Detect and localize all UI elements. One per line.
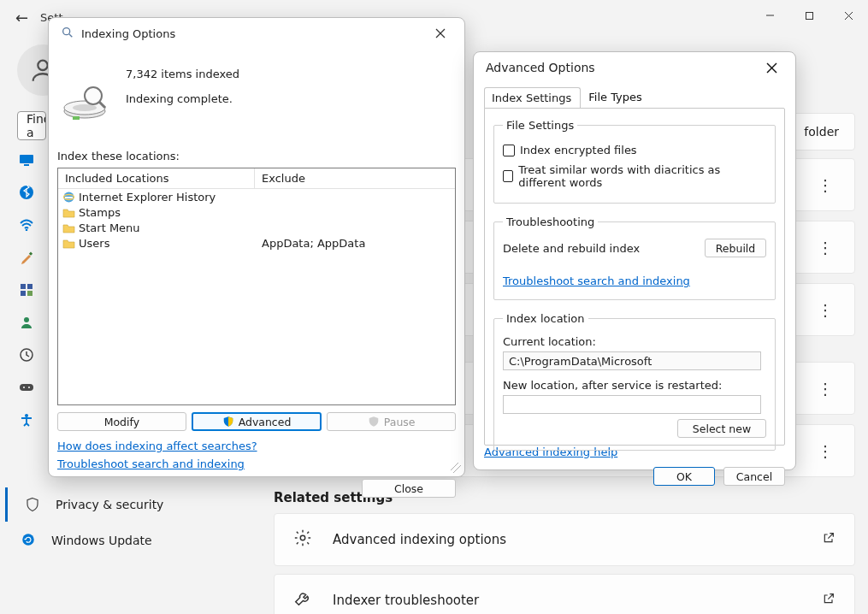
- svg-point-20: [22, 534, 34, 546]
- external-link-icon: [822, 531, 836, 548]
- svg-point-19: [25, 414, 28, 417]
- more-icon: ⋮: [818, 442, 834, 460]
- modify-button[interactable]: Modify: [57, 412, 186, 431]
- system-icon[interactable]: [19, 152, 34, 168]
- pause-button: Pause: [327, 412, 456, 431]
- svg-rect-1: [806, 12, 812, 19]
- location-name: Internet Explorer History: [79, 191, 216, 204]
- table-row[interactable]: Stamps: [58, 204, 455, 220]
- search-glass-icon: [61, 26, 74, 42]
- troubleshooting-group: Troubleshooting Delete and rebuild index…: [493, 215, 776, 300]
- external-link-icon: [822, 592, 836, 609]
- close-button[interactable]: [829, 0, 868, 31]
- close-icon[interactable]: [428, 21, 452, 45]
- accounts-icon[interactable]: [19, 315, 34, 330]
- delete-rebuild-label: Delete and rebuild index: [503, 242, 640, 255]
- resize-grip[interactable]: [451, 463, 461, 473]
- svg-rect-5: [20, 155, 33, 163]
- svg-line-23: [69, 34, 72, 37]
- related-label: Indexer troubleshooter: [333, 593, 479, 608]
- indexing-titlebar: Indexing Options: [49, 18, 464, 49]
- svg-rect-31: [73, 116, 80, 120]
- related-card-advanced-indexing[interactable]: Advanced indexing options: [274, 513, 855, 566]
- find-folder-button[interactable]: folder: [788, 113, 855, 151]
- cancel-button[interactable]: Cancel: [723, 467, 785, 486]
- svg-rect-12: [21, 291, 26, 296]
- items-indexed-text: 7,342 items indexed: [126, 68, 239, 80]
- back-icon[interactable]: ←: [15, 9, 28, 27]
- close-button[interactable]: Close: [362, 479, 456, 498]
- more-icon: ⋮: [818, 301, 834, 319]
- file-settings-group: File Settings Index encrypted files Trea…: [493, 119, 776, 204]
- close-icon[interactable]: [759, 56, 783, 80]
- update-icon: [21, 532, 36, 550]
- new-location-field[interactable]: [503, 395, 761, 414]
- svg-rect-11: [27, 284, 32, 289]
- indexing-options-dialog: Indexing Options 7,342 items indexed Ind…: [48, 17, 465, 477]
- tab-file-types[interactable]: File Types: [581, 86, 652, 108]
- troubleshoot-link[interactable]: Troubleshoot search and indexing: [57, 458, 245, 470]
- search-input[interactable]: Find a: [17, 111, 46, 140]
- advanced-button[interactable]: Advanced: [192, 412, 322, 431]
- svg-rect-6: [24, 164, 29, 166]
- apps-icon[interactable]: [19, 282, 34, 298]
- index-location-legend: Index location: [503, 312, 588, 325]
- related-card-indexer-troubleshooter[interactable]: Indexer troubleshooter: [274, 574, 855, 614]
- col-exclude[interactable]: Exclude: [255, 168, 455, 188]
- troubleshoot-link[interactable]: Troubleshoot search and indexing: [503, 275, 690, 287]
- minimize-button[interactable]: [750, 0, 789, 31]
- folder-icon: [62, 221, 75, 234]
- select-new-button[interactable]: Select new: [677, 419, 766, 438]
- exclude-value: AppData; AppData: [255, 237, 365, 250]
- diacritics-checkbox[interactable]: [503, 170, 513, 182]
- svg-point-18: [28, 387, 30, 388]
- shield-uac-icon: [222, 416, 234, 428]
- indexing-help-link[interactable]: How does indexing affect searches?: [57, 440, 257, 452]
- location-name: Users: [79, 237, 109, 250]
- sidebar-update-label: Windows Update: [51, 534, 152, 547]
- more-icon: ⋮: [818, 176, 834, 194]
- folder-icon: [62, 205, 75, 219]
- svg-rect-13: [27, 291, 32, 296]
- table-row[interactable]: Internet Explorer History: [58, 189, 455, 204]
- personalization-icon[interactable]: [19, 250, 34, 265]
- accessibility-icon[interactable]: [19, 412, 34, 428]
- encrypted-checkbox[interactable]: [503, 145, 515, 156]
- shield-icon: [25, 497, 40, 512]
- table-row[interactable]: UsersAppData; AppData: [58, 235, 455, 251]
- svg-point-17: [23, 387, 25, 388]
- rebuild-button[interactable]: Rebuild: [705, 239, 766, 257]
- indexing-title: Indexing Options: [81, 27, 175, 40]
- folder-icon: [62, 236, 75, 250]
- network-icon[interactable]: [19, 217, 34, 233]
- sidebar-item-update[interactable]: Windows Update: [5, 523, 251, 558]
- ok-button[interactable]: OK: [653, 467, 715, 486]
- tab-panel: File Settings Index encrypted files Trea…: [484, 108, 785, 446]
- diacritics-label: Treat similar words with diacritics as d…: [518, 163, 766, 189]
- encrypted-label: Index encrypted files: [520, 144, 637, 156]
- advanced-titlebar: Advanced Options: [474, 52, 795, 83]
- current-location-label: Current location:: [503, 335, 766, 348]
- location-name: Start Menu: [79, 221, 140, 234]
- col-included-locations[interactable]: Included Locations: [58, 168, 255, 188]
- svg-rect-16: [20, 384, 33, 391]
- svg-point-4: [38, 61, 47, 70]
- table-row[interactable]: Start Menu: [58, 220, 455, 235]
- troubleshooting-legend: Troubleshooting: [503, 215, 598, 228]
- tab-index-settings[interactable]: Index Settings: [484, 87, 581, 109]
- gaming-icon[interactable]: [19, 380, 34, 395]
- maximize-button[interactable]: [789, 0, 829, 31]
- more-icon: ⋮: [818, 239, 834, 257]
- related-label: Advanced indexing options: [333, 532, 506, 547]
- bluetooth-icon[interactable]: [19, 185, 34, 200]
- shield-uac-icon: [368, 416, 380, 428]
- search-text: Find a: [27, 112, 46, 139]
- disk-search-icon: [61, 78, 109, 126]
- advanced-title: Advanced Options: [486, 61, 595, 74]
- time-language-icon[interactable]: [19, 347, 34, 363]
- indexing-status-text: Indexing complete.: [126, 92, 239, 105]
- tab-strip: Index Settings File Types: [484, 86, 785, 108]
- svg-point-8: [26, 229, 28, 231]
- svg-point-22: [63, 27, 70, 34]
- wrench-icon: [293, 589, 312, 611]
